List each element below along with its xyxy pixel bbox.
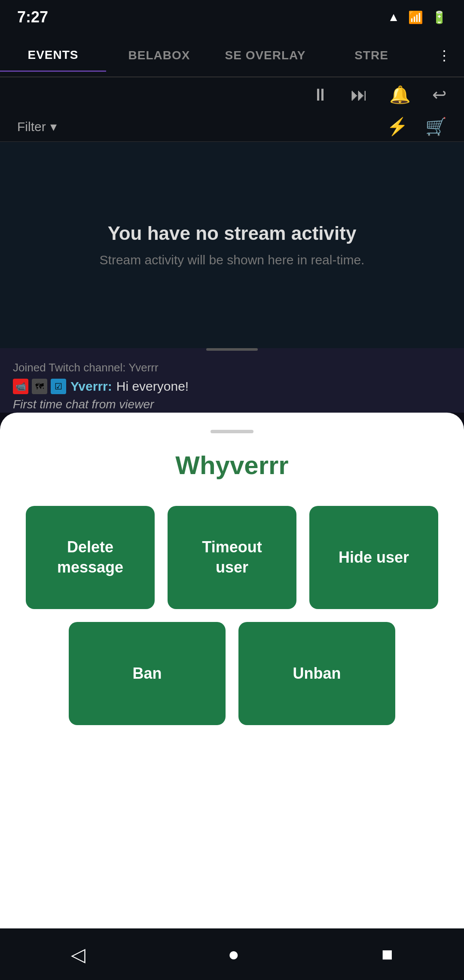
status-time: 7:27 xyxy=(17,8,48,26)
cart-icon[interactable]: 🛒 xyxy=(425,116,447,137)
refresh-icon[interactable]: ↩ xyxy=(432,85,447,104)
filter-label: Filter xyxy=(17,119,46,134)
empty-state: You have no stream activity Stream activ… xyxy=(0,142,464,348)
empty-state-title: You have no stream activity xyxy=(108,223,357,244)
skip-icon[interactable]: ⏭ xyxy=(351,85,368,104)
filter-button[interactable]: Filter ▾ xyxy=(17,119,57,134)
chat-badges: 📹 🗺 ☑ xyxy=(13,379,66,394)
tab-stre[interactable]: STRE xyxy=(318,40,424,71)
status-bar: 7:27 ▲ 📶 🔋 xyxy=(0,0,464,34)
pause-icon[interactable]: ⏸ xyxy=(312,85,329,104)
control-bar: ⏸ ⏭ 🔔 ↩ xyxy=(0,77,464,112)
badge-video-icon: 📹 xyxy=(13,379,28,394)
unban-button[interactable]: Unban xyxy=(238,622,395,725)
more-options-icon[interactable]: ⋮ xyxy=(424,47,464,64)
timeout-user-button[interactable]: Timeoutuser xyxy=(168,506,296,609)
chat-joined-text: Joined Twitch channel: Yverrr xyxy=(13,361,451,374)
bell-icon[interactable]: 🔔 xyxy=(389,85,411,105)
hide-user-button[interactable]: Hide user xyxy=(309,506,438,609)
filter-bar: Filter ▾ ⚡ 🛒 xyxy=(0,112,464,142)
nav-bar-bottom: ◁ ● ■ xyxy=(0,928,464,980)
activity-icon[interactable]: ⚡ xyxy=(387,116,408,137)
tab-belabox[interactable]: BELABOX xyxy=(106,40,212,71)
recents-button[interactable]: ■ xyxy=(373,935,402,974)
chat-text: Hi everyone! xyxy=(116,379,189,394)
scroll-indicator xyxy=(206,348,258,351)
filter-chevron-icon: ▾ xyxy=(50,119,57,134)
first-time-chat-text: First time chat from viewer xyxy=(13,398,451,411)
actions-grid: Deletemessage Timeoutuser Hide user xyxy=(26,506,438,609)
bottom-sheet: Whyverrr Deletemessage Timeoutuser Hide … xyxy=(0,413,464,980)
badge-map-icon: 🗺 xyxy=(32,379,47,394)
sheet-handle xyxy=(211,430,253,433)
tab-events[interactable]: EVENTS xyxy=(0,40,106,72)
filter-right-icons: ⚡ 🛒 xyxy=(387,116,447,137)
status-icons: ▲ 📶 🔋 xyxy=(388,10,447,24)
battery-icon: 🔋 xyxy=(432,10,447,24)
empty-state-subtitle: Stream activity will be shown here in re… xyxy=(100,253,365,267)
chat-username: Yverrr: xyxy=(70,379,112,394)
tab-se-overlay[interactable]: SE OVERLAY xyxy=(212,40,318,71)
wifi-icon: ▲ xyxy=(388,10,400,24)
back-button[interactable]: ◁ xyxy=(62,935,94,974)
badge-check-icon: ☑ xyxy=(51,379,66,394)
chat-message: 📹 🗺 ☑ Yverrr: Hi everyone! xyxy=(13,379,451,394)
sheet-username: Whyverrr xyxy=(175,450,288,480)
home-button[interactable]: ● xyxy=(219,935,248,974)
signal-icon: 📶 xyxy=(408,10,423,24)
delete-message-button[interactable]: Deletemessage xyxy=(26,506,155,609)
chat-area: Joined Twitch channel: Yverrr 📹 🗺 ☑ Yver… xyxy=(0,352,464,413)
actions-row2: Ban Unban xyxy=(26,622,438,725)
nav-tabs: EVENTS BELABOX SE OVERLAY STRE ⋮ xyxy=(0,34,464,77)
ban-button[interactable]: Ban xyxy=(69,622,226,725)
